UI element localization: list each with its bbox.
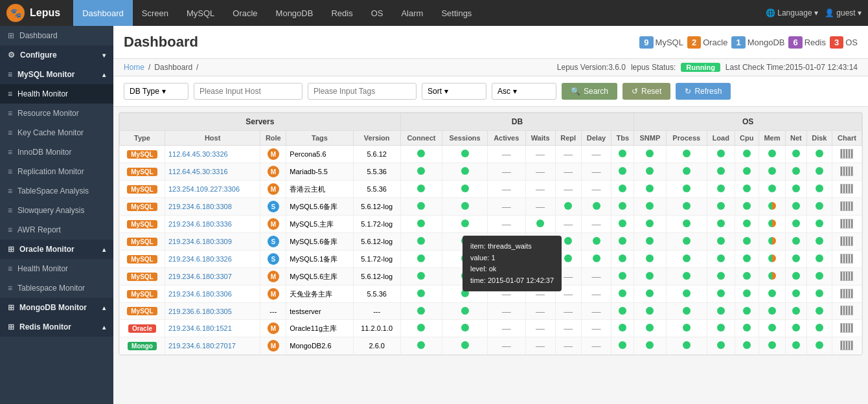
nav-settings[interactable]: Settings	[432, 0, 481, 26]
sidebar-item-slowquery-analysis[interactable]: ≡ Slowquery Analysis	[0, 201, 113, 220]
status-dot-tooltip[interactable]	[536, 219, 544, 227]
configure-arrow: ▾	[102, 52, 106, 59]
sidebar-item-oracle-tablespace[interactable]: ≡ Tablespace Monitor	[0, 278, 113, 298]
cell-chart[interactable]	[832, 181, 862, 198]
sidebar-item-oracle-health[interactable]: ≡ Health Monitor	[0, 259, 113, 278]
sidebar-item-oracle-monitor[interactable]: ⊞ Oracle Monitor ▴	[0, 240, 113, 259]
nav-dashboard[interactable]: Dashboard	[73, 0, 133, 26]
cell-host[interactable]: 219.234.6.180:3326	[165, 251, 260, 268]
sidebar-item-replication-monitor[interactable]: ≡ Replication Monitor	[0, 162, 113, 181]
sidebar-item-tablespace-analysis[interactable]: ≡ TableSpace Analysis	[0, 181, 113, 201]
status-dot-green	[792, 254, 800, 262]
tags-input[interactable]	[308, 83, 417, 100]
chart-icon[interactable]	[840, 254, 853, 264]
cell-net	[786, 146, 807, 163]
chart-icon[interactable]	[840, 201, 853, 211]
breadcrumb-home[interactable]: Home	[124, 63, 144, 72]
cell-snmp	[634, 233, 667, 251]
sidebar-item-configure[interactable]: ⚙ Configure ▾	[0, 45, 113, 65]
sidebar-item-redis-monitor[interactable]: ⊞ Redis Monitor ▴	[0, 317, 113, 337]
sidebar-item-key-cache-monitor[interactable]: ≡ Key Cache Monitor	[0, 123, 113, 142]
host-input[interactable]	[194, 83, 303, 100]
cell-host[interactable]: 219.234.6.180:3307	[165, 268, 260, 286]
cell-host[interactable]: 219.234.6.180:3336	[165, 216, 260, 233]
chart-icon[interactable]	[840, 271, 853, 281]
cell-connect	[400, 268, 442, 286]
chart-icon[interactable]	[840, 289, 853, 298]
cell-chart[interactable]	[832, 268, 862, 286]
cell-chart[interactable]	[832, 320, 862, 337]
cell-host[interactable]: 219.234.6.180:3306	[165, 286, 260, 303]
nav-oracle[interactable]: Oracle	[223, 0, 266, 26]
nav-os[interactable]: OS	[362, 0, 393, 26]
cell-host[interactable]: 219.234.6.180:3309	[165, 233, 260, 251]
chart-icon[interactable]	[840, 166, 853, 176]
user-menu[interactable]: 👤 guest ▾	[825, 8, 862, 17]
nav-alarm[interactable]: Alarm	[392, 0, 432, 26]
chart-icon[interactable]	[840, 341, 853, 350]
cell-host[interactable]: 123.254.109.227:3306	[165, 181, 260, 198]
status-dot-green	[593, 254, 600, 262]
cell-actives: —	[487, 303, 525, 320]
language-selector[interactable]: 🌐 Language ▾	[766, 8, 818, 17]
cell-host[interactable]: 219.236.6.180:3305	[165, 303, 260, 320]
cell-host[interactable]: 112.64.45.30:3316	[165, 163, 260, 181]
cell-chart[interactable]	[832, 251, 862, 268]
col-sessions: Sessions	[442, 131, 488, 146]
col-connect: Connect	[400, 131, 442, 146]
status-dot-green	[683, 307, 691, 315]
cell-role: M	[260, 181, 286, 198]
search-button[interactable]: 🔍 Search	[562, 83, 617, 100]
cell-chart[interactable]	[832, 233, 862, 251]
nav-mysql[interactable]: MySQL	[177, 0, 223, 26]
cell-host[interactable]: 112.64.45.30:3326	[165, 146, 260, 163]
status-dot-green	[792, 272, 800, 280]
chart-icon[interactable]	[840, 184, 853, 194]
status-dot-green	[461, 341, 469, 349]
nav-screen[interactable]: Screen	[133, 0, 177, 26]
cell-host[interactable]: 219.234.6.180:27017	[165, 337, 260, 355]
refresh-button[interactable]: ↻ Refresh	[676, 83, 731, 100]
status-dot-green	[646, 289, 654, 297]
status-dot-green	[743, 324, 751, 331]
chart-icon[interactable]	[840, 323, 853, 333]
sidebar-item-innodb-monitor[interactable]: ≡ InnoDB Monitor	[0, 142, 113, 162]
nav-redis[interactable]: Redis	[322, 0, 361, 26]
sidebar-item-awr-report[interactable]: ≡ AWR Report	[0, 220, 113, 240]
cell-host[interactable]: 219.234.6.180:3308	[165, 198, 260, 216]
status-dot-green	[816, 254, 823, 262]
chart-icon[interactable]	[840, 306, 853, 315]
order-select[interactable]: Asc ▾	[492, 83, 556, 100]
cell-load	[707, 181, 735, 198]
cell-tags: Oracle11g主库	[286, 320, 353, 337]
reset-button[interactable]: ↺ Reset	[622, 83, 670, 100]
status-dot-green	[683, 254, 691, 262]
dbtype-select[interactable]: DB Type ▾	[124, 83, 188, 100]
chart-icon[interactable]	[840, 149, 853, 159]
cell-chart[interactable]	[832, 303, 862, 320]
cell-chart[interactable]	[832, 163, 862, 181]
cell-repl: —	[555, 146, 581, 163]
nav-mongodb[interactable]: MongoDB	[267, 0, 323, 26]
cell-chart[interactable]	[832, 286, 862, 303]
cell-repl	[555, 198, 581, 216]
sidebar-item-mysql-monitor[interactable]: ≡ MySQL Monitor ▴	[0, 65, 113, 84]
sidebar-item-dashboard[interactable]: ⊞ Dashboard	[0, 26, 113, 45]
cell-chart[interactable]	[832, 146, 862, 163]
badge-mysql-num: 9	[639, 36, 653, 49]
cell-snmp	[634, 181, 667, 198]
cell-actives: —	[487, 181, 525, 198]
status-dot-green	[417, 307, 425, 315]
chart-icon[interactable]	[840, 236, 853, 246]
status-dot-green	[768, 324, 776, 331]
cell-host[interactable]: 219.234.6.180:1521	[165, 320, 260, 337]
cell-chart[interactable]	[832, 216, 862, 233]
status-dot-green	[816, 202, 823, 210]
chart-icon[interactable]	[840, 219, 853, 229]
sidebar-item-resource-monitor[interactable]: ≡ Resource Monitor	[0, 104, 113, 123]
sidebar-item-mongodb-monitor[interactable]: ⊞ MongoDB Monitor ▴	[0, 298, 113, 317]
sort-select[interactable]: Sort ▾	[422, 83, 486, 100]
cell-chart[interactable]	[832, 337, 862, 355]
sidebar-item-health-monitor[interactable]: ≡ Health Monitor	[0, 84, 113, 104]
cell-chart[interactable]	[832, 198, 862, 216]
